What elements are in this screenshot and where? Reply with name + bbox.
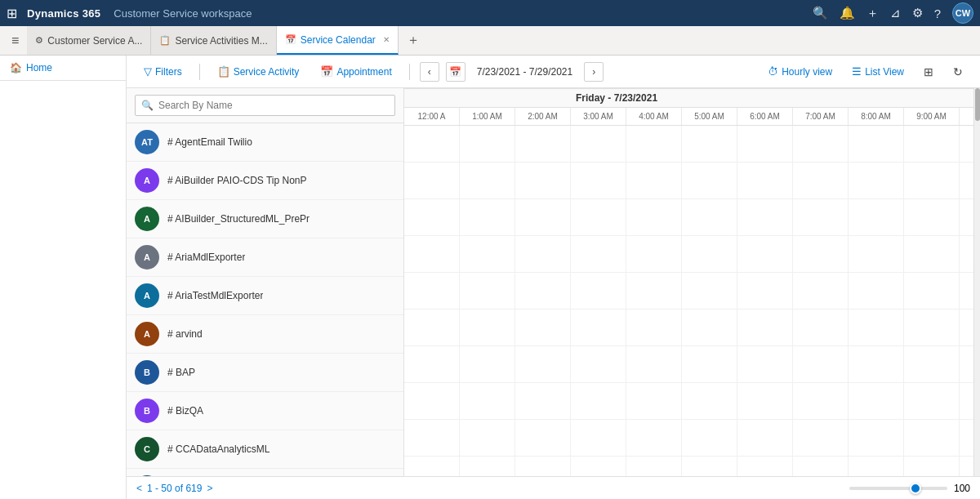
calendar-cell[interactable] (571, 199, 626, 235)
calendar-cell[interactable] (682, 199, 737, 235)
calendar-cell[interactable] (849, 126, 904, 162)
list-item[interactable]: A # AriaTestMdlExporter (127, 277, 403, 315)
calendar-cell[interactable] (404, 457, 460, 476)
filter-icon[interactable]: ⊿ (890, 6, 901, 20)
calendar-cell[interactable] (626, 236, 682, 272)
calendar-cell[interactable] (515, 236, 571, 272)
list-item[interactable]: AT # AgentEmail Twilio (127, 123, 403, 162)
tab-service-activities[interactable]: 📋 Service Activities M... (151, 26, 276, 55)
list-item[interactable]: A # AIBuilder_StructuredML_PrePr (127, 200, 403, 238)
calendar-cell[interactable] (460, 163, 515, 198)
calendar-cell[interactable] (404, 236, 460, 272)
tab-add-button[interactable]: ＋ (399, 26, 428, 55)
calendar-cell[interactable] (849, 346, 904, 382)
calendar-cell[interactable] (737, 457, 793, 476)
calendar-cell[interactable] (960, 346, 973, 382)
zoom-thumb[interactable] (910, 483, 921, 494)
calendar-cell[interactable] (849, 199, 904, 235)
calendar-cell[interactable] (682, 273, 737, 309)
add-icon[interactable]: ＋ (866, 6, 879, 21)
calendar-cell[interactable] (904, 126, 960, 162)
calendar-cell[interactable] (904, 273, 960, 309)
calendar-cell[interactable] (793, 126, 849, 162)
calendar-cell[interactable] (626, 383, 682, 419)
calendar-cell[interactable] (571, 383, 626, 419)
calendar-cell[interactable] (904, 457, 960, 476)
calendar-cell[interactable] (460, 457, 515, 476)
calendar-cell[interactable] (793, 420, 849, 456)
tab-customer-service[interactable]: ⚙ Customer Service A... (27, 26, 151, 55)
calendar-cell[interactable] (793, 346, 849, 382)
calendar-cell[interactable] (904, 163, 960, 198)
calendar-cell[interactable] (460, 383, 515, 419)
calendar-cell[interactable] (515, 273, 571, 309)
calendar-cell[interactable] (682, 420, 737, 456)
calendar-cell[interactable] (460, 310, 515, 345)
calendar-cell[interactable] (737, 310, 793, 345)
notification-icon[interactable]: 🔔 (840, 6, 855, 20)
calendar-cell[interactable] (737, 163, 793, 198)
calendar-cell[interactable] (960, 126, 973, 162)
appointment-button[interactable]: 📅 Appointment (313, 61, 399, 82)
calendar-cell[interactable] (571, 346, 626, 382)
calendar-icon-btn[interactable]: 📅 (446, 62, 466, 82)
calendar-cell[interactable] (682, 457, 737, 476)
calendar-cell[interactable] (571, 163, 626, 198)
list-item[interactable]: B # BAP (127, 354, 403, 392)
calendar-cell[interactable] (404, 273, 460, 309)
home-nav-item[interactable]: 🏠 Home (0, 56, 126, 81)
calendar-cell[interactable] (460, 420, 515, 456)
scrollbar-thumb[interactable] (975, 88, 980, 121)
search-icon[interactable]: 🔍 (813, 6, 828, 20)
service-activity-button[interactable]: 📋 Service Activity (210, 61, 307, 82)
calendar-cell[interactable] (904, 236, 960, 272)
calendar-cell[interactable] (460, 126, 515, 162)
calendar-cell[interactable] (737, 420, 793, 456)
calendar-cell[interactable] (571, 420, 626, 456)
calendar-cell[interactable] (460, 346, 515, 382)
calendar-cell[interactable] (626, 163, 682, 198)
calendar-cell[interactable] (626, 310, 682, 345)
column-view-button[interactable]: ⊞ (916, 61, 941, 82)
zoom-slider[interactable] (849, 487, 947, 490)
calendar-cell[interactable] (460, 273, 515, 309)
calendar-cell[interactable] (571, 457, 626, 476)
hourly-view-button[interactable]: ⏱ Hourly view (760, 61, 840, 82)
list-item[interactable]: CB # CCl Bots (127, 469, 403, 476)
calendar-cell[interactable] (849, 383, 904, 419)
calendar-cell[interactable] (960, 273, 973, 309)
calendar-cell[interactable] (682, 126, 737, 162)
calendar-cell[interactable] (793, 383, 849, 419)
calendar-cell[interactable] (849, 457, 904, 476)
calendar-cell[interactable] (626, 273, 682, 309)
prev-page-button[interactable]: < (136, 483, 142, 494)
calendar-cell[interactable] (904, 310, 960, 345)
user-avatar[interactable]: CW (952, 2, 973, 24)
calendar-cell[interactable] (682, 383, 737, 419)
vertical-scrollbar[interactable] (973, 88, 980, 476)
calendar-cell[interactable] (682, 236, 737, 272)
calendar-cell[interactable] (737, 199, 793, 235)
calendar-cell[interactable] (904, 420, 960, 456)
calendar-cell[interactable] (682, 163, 737, 198)
calendar-cell[interactable] (793, 273, 849, 309)
tab-close-button[interactable]: ✕ (383, 35, 390, 44)
calendar-cell[interactable] (571, 126, 626, 162)
next-page-button[interactable]: > (207, 483, 212, 494)
calendar-cell[interactable] (737, 383, 793, 419)
calendar-cell[interactable] (626, 420, 682, 456)
calendar-cell[interactable] (904, 383, 960, 419)
calendar-cell[interactable] (626, 346, 682, 382)
calendar-cell[interactable] (960, 236, 973, 272)
calendar-cell[interactable] (904, 199, 960, 235)
calendar-cell[interactable] (793, 199, 849, 235)
calendar-cell[interactable] (515, 457, 571, 476)
calendar-cell[interactable] (515, 126, 571, 162)
calendar-cell[interactable] (404, 199, 460, 235)
calendar-cell[interactable] (793, 163, 849, 198)
calendar-cell[interactable] (849, 273, 904, 309)
calendar-cell[interactable] (960, 199, 973, 235)
calendar-cell[interactable] (515, 163, 571, 198)
list-item[interactable]: C # CCADataAnalyticsML (127, 430, 403, 469)
list-item[interactable]: A # AiBuilder PAIO-CDS Tip NonP (127, 162, 403, 200)
